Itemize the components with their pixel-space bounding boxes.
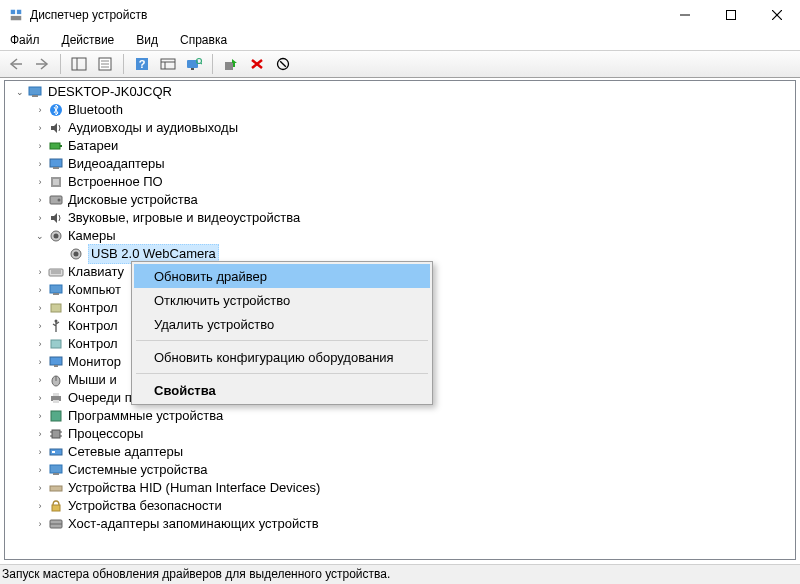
svg-rect-66 xyxy=(52,451,55,453)
svg-text:?: ? xyxy=(139,58,146,70)
disable-button[interactable] xyxy=(271,53,295,75)
host-adapter-icon xyxy=(48,516,64,532)
expand-icon[interactable]: › xyxy=(33,463,47,477)
usb-icon xyxy=(48,318,64,334)
expand-icon[interactable]: › xyxy=(33,355,47,369)
expand-icon[interactable]: › xyxy=(33,103,47,117)
menu-file[interactable]: Файл xyxy=(6,31,44,49)
forward-button[interactable] xyxy=(30,53,54,75)
software-icon xyxy=(48,408,64,424)
expand-icon[interactable]: › xyxy=(33,193,47,207)
camera-icon xyxy=(48,228,64,244)
window-buttons xyxy=(662,0,800,30)
expand-icon[interactable]: › xyxy=(33,391,47,405)
svg-rect-65 xyxy=(50,449,62,455)
svg-rect-2 xyxy=(11,16,22,20)
svg-rect-70 xyxy=(52,505,60,511)
svg-rect-51 xyxy=(51,340,61,348)
menu-action[interactable]: Действие xyxy=(58,31,119,49)
category-firmware[interactable]: ›Встроенное ПО xyxy=(7,173,795,191)
svg-rect-24 xyxy=(225,62,233,70)
category-hid[interactable]: ›Устройства HID (Human Interface Devices… xyxy=(7,479,795,497)
root-node[interactable]: ⌄ DESKTOP-JK0JCQR xyxy=(7,83,795,101)
status-bar: Запуск мастера обновления драйверов для … xyxy=(0,564,800,584)
expand-icon[interactable]: › xyxy=(33,481,47,495)
expand-icon[interactable]: › xyxy=(33,319,47,333)
expand-icon[interactable]: › xyxy=(33,175,47,189)
expand-icon[interactable]: › xyxy=(33,157,47,171)
category-batteries[interactable]: ›Батареи xyxy=(7,137,795,155)
status-text: Запуск мастера обновления драйверов для … xyxy=(2,567,390,581)
properties-button[interactable] xyxy=(93,53,117,75)
monitor-icon xyxy=(48,354,64,370)
collapse-icon[interactable]: ⌄ xyxy=(13,85,27,99)
svg-rect-21 xyxy=(191,68,194,70)
title-bar: Диспетчер устройств xyxy=(0,0,800,30)
expand-icon[interactable]: › xyxy=(33,499,47,513)
category-audio[interactable]: ›Аудиовходы и аудиовыходы xyxy=(7,119,795,137)
close-button[interactable] xyxy=(754,0,800,30)
scan-hardware-button[interactable] xyxy=(182,53,206,75)
expand-icon[interactable]: › xyxy=(33,121,47,135)
category-software[interactable]: ›Программные устройства xyxy=(7,407,795,425)
svg-rect-37 xyxy=(53,179,59,185)
expand-icon[interactable]: › xyxy=(33,427,47,441)
printer-icon xyxy=(48,390,64,406)
expand-icon[interactable]: › xyxy=(33,409,47,423)
show-hide-console-button[interactable] xyxy=(67,53,91,75)
category-sound[interactable]: ›Звуковые, игровые и видеоустройства xyxy=(7,209,795,227)
category-host[interactable]: ›Хост-адаптеры запоминающих устройств xyxy=(7,515,795,533)
category-processors[interactable]: ›Процессоры xyxy=(7,425,795,443)
cm-separator xyxy=(136,373,428,374)
category-network[interactable]: ›Сетевые адаптеры xyxy=(7,443,795,461)
maximize-button[interactable] xyxy=(708,0,754,30)
sound-icon xyxy=(48,210,64,226)
battery-icon xyxy=(48,138,64,154)
svg-rect-1 xyxy=(17,10,21,14)
menu-help[interactable]: Справка xyxy=(176,31,231,49)
toolbar-view-button[interactable] xyxy=(156,53,180,75)
category-security[interactable]: ›Устройства безопасности xyxy=(7,497,795,515)
expand-icon[interactable]: › xyxy=(33,211,47,225)
expand-icon[interactable]: › xyxy=(33,283,47,297)
expand-icon[interactable]: › xyxy=(33,301,47,315)
cm-disable-device[interactable]: Отключить устройство xyxy=(134,288,430,312)
expand-icon[interactable]: › xyxy=(33,517,47,531)
device-tree-panel: ⌄ DESKTOP-JK0JCQR ›Bluetooth ›Аудиовходы… xyxy=(4,80,796,560)
back-button[interactable] xyxy=(4,53,28,75)
cm-properties[interactable]: Свойства xyxy=(134,378,430,402)
display-adapter-icon xyxy=(48,156,64,172)
cm-separator xyxy=(136,340,428,341)
cm-scan-hardware[interactable]: Обновить конфигурацию оборудования xyxy=(134,345,430,369)
cm-uninstall-device[interactable]: Удалить устройство xyxy=(134,312,430,336)
category-bluetooth[interactable]: ›Bluetooth xyxy=(7,101,795,119)
category-system[interactable]: ›Системные устройства xyxy=(7,461,795,479)
firmware-icon xyxy=(48,174,64,190)
svg-rect-9 xyxy=(72,58,86,70)
svg-rect-35 xyxy=(53,167,59,169)
update-driver-button[interactable] xyxy=(219,53,243,75)
toolbar: ? xyxy=(0,50,800,78)
mouse-icon xyxy=(48,372,64,388)
uninstall-button[interactable] xyxy=(245,53,269,75)
help-button[interactable]: ? xyxy=(130,53,154,75)
category-cameras[interactable]: ⌄Камеры xyxy=(7,227,795,245)
svg-rect-53 xyxy=(54,365,58,367)
bluetooth-icon xyxy=(48,102,64,118)
expand-icon[interactable]: › xyxy=(33,373,47,387)
expand-icon[interactable]: › xyxy=(33,139,47,153)
expand-icon[interactable]: › xyxy=(33,265,47,279)
collapse-icon[interactable]: ⌄ xyxy=(33,229,47,243)
category-display[interactable]: ›Видеоадаптеры xyxy=(7,155,795,173)
computer-icon xyxy=(28,84,44,100)
svg-rect-58 xyxy=(53,400,59,403)
expand-icon[interactable]: › xyxy=(33,337,47,351)
expand-icon[interactable]: › xyxy=(33,445,47,459)
svg-rect-69 xyxy=(50,486,62,491)
minimize-button[interactable] xyxy=(662,0,708,30)
category-disk[interactable]: ›Дисковые устройства xyxy=(7,191,795,209)
svg-rect-68 xyxy=(53,473,59,475)
hid-icon xyxy=(48,480,64,496)
menu-view[interactable]: Вид xyxy=(132,31,162,49)
cm-update-driver[interactable]: Обновить драйвер xyxy=(134,264,430,288)
